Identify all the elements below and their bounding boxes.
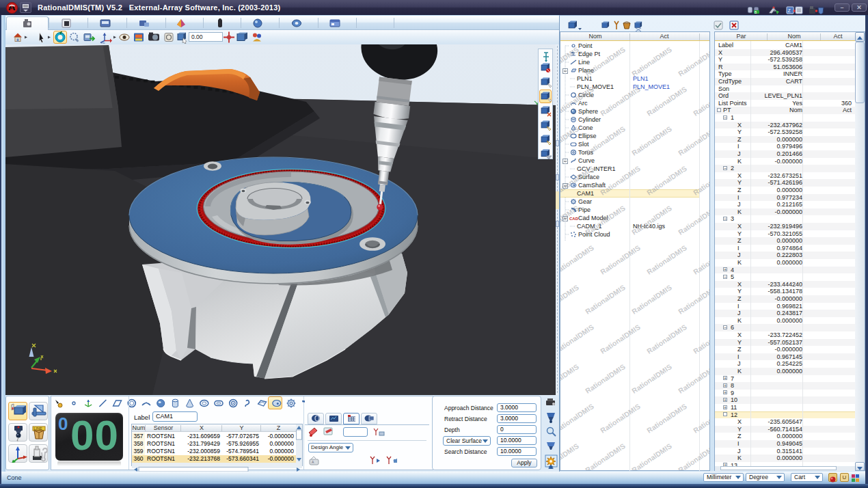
svg-text:csc: csc xyxy=(101,41,105,44)
svg-text:CAD: CAD xyxy=(569,217,579,221)
svg-text:Z: Z xyxy=(788,8,791,13)
svg-text:LINE: LINE xyxy=(34,426,43,431)
